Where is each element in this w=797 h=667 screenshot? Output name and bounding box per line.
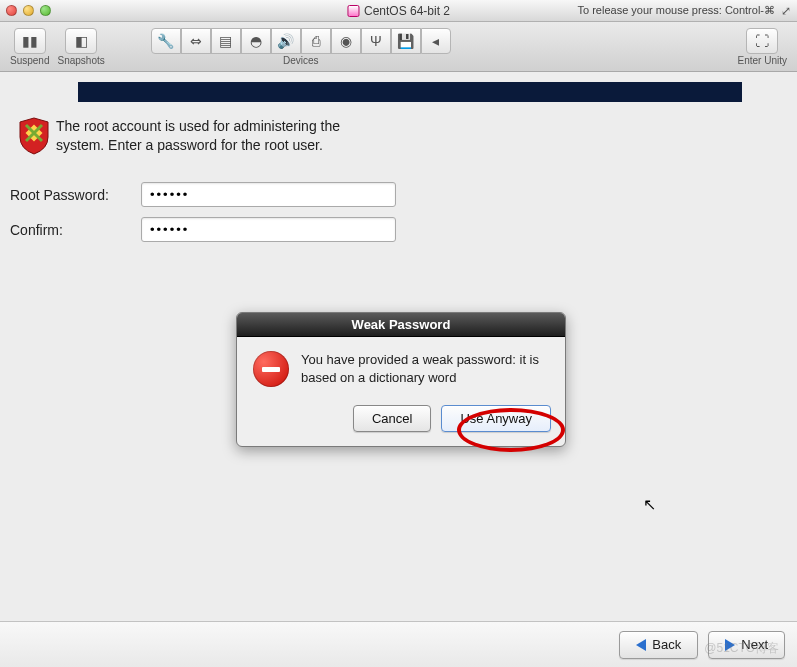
- hdd-icon: ▤: [219, 33, 232, 49]
- dialog-actions: Cancel Use Anyway: [237, 395, 565, 446]
- network-icon: ⇔: [190, 33, 202, 49]
- camera-icon: ◧: [75, 33, 88, 49]
- minimize-window-button[interactable]: [23, 5, 34, 16]
- enter-unity-group: ⛶ Enter Unity: [738, 28, 787, 66]
- enter-unity-label: Enter Unity: [738, 55, 787, 66]
- back-label: Back: [652, 637, 681, 652]
- device-settings-button[interactable]: 🔧: [151, 28, 181, 54]
- suspend-button[interactable]: ▮▮: [14, 28, 46, 54]
- vm-icon: [347, 5, 359, 17]
- error-icon: [253, 351, 289, 387]
- camera2-icon: ◉: [340, 33, 352, 49]
- suspend-group: ▮▮ Suspend: [10, 28, 49, 66]
- devices-label: Devices: [283, 55, 319, 66]
- traffic-lights: [6, 5, 51, 16]
- back-button[interactable]: Back: [619, 631, 698, 659]
- pause-icon: ▮▮: [22, 33, 38, 49]
- snapshots-button[interactable]: ◧: [65, 28, 97, 54]
- device-camera-button[interactable]: ◉: [331, 28, 361, 54]
- enter-unity-button[interactable]: ⛶: [746, 28, 778, 54]
- weak-password-dialog: Weak Password You have provided a weak p…: [236, 312, 566, 447]
- sound-icon: 🔊: [277, 33, 294, 49]
- device-printer-button[interactable]: ⎙: [301, 28, 331, 54]
- next-label: Next: [741, 637, 768, 652]
- confirm-password-input[interactable]: [141, 217, 396, 242]
- release-mouse-hint: To release your mouse press: Control-⌘: [578, 4, 775, 17]
- device-harddisk-button[interactable]: ▤: [211, 28, 241, 54]
- cd-icon: ◓: [250, 33, 262, 49]
- fullscreen-icon: ⛶: [755, 33, 769, 49]
- arrow-right-icon: [725, 639, 735, 651]
- usb-icon: Ψ: [370, 33, 382, 49]
- device-network-button[interactable]: ⇔: [181, 28, 211, 54]
- chevron-left-icon: ◂: [432, 33, 439, 49]
- window-title-right: To release your mouse press: Control-⌘ ⤢: [578, 4, 791, 18]
- confirm-password-label: Confirm:: [10, 222, 135, 238]
- shield-icon: [18, 117, 50, 155]
- expand-icon[interactable]: ⤢: [781, 4, 791, 18]
- dialog-body: You have provided a weak password: it is…: [237, 337, 565, 395]
- installer-content: The root account is used for administeri…: [0, 72, 797, 667]
- devices-group: 🔧 ⇔ ▤ ◓ 🔊 ⎙ ◉ Ψ 💾 ◂ Devices: [151, 28, 451, 66]
- close-window-button[interactable]: [6, 5, 17, 16]
- mouse-cursor: ↖: [643, 495, 656, 514]
- progress-banner: [78, 82, 742, 102]
- floppy-icon: 💾: [397, 33, 414, 49]
- intro-text: The root account is used for administeri…: [56, 117, 366, 155]
- dialog-message: You have provided a weak password: it is…: [301, 351, 549, 387]
- footer-nav: Back Next: [0, 621, 797, 667]
- zoom-window-button[interactable]: [40, 5, 51, 16]
- toolbar: ▮▮ Suspend ◧ Snapshots 🔧 ⇔ ▤ ◓ 🔊 ⎙ ◉ Ψ 💾…: [0, 22, 797, 72]
- wrench-icon: 🔧: [157, 33, 174, 49]
- device-floppy-button[interactable]: 💾: [391, 28, 421, 54]
- arrow-left-icon: [636, 639, 646, 651]
- snapshots-group: ◧ Snapshots: [57, 28, 104, 66]
- snapshots-label: Snapshots: [57, 55, 104, 66]
- printer-icon: ⎙: [312, 33, 320, 49]
- use-anyway-button[interactable]: Use Anyway: [441, 405, 551, 432]
- window-titlebar: CentOS 64-bit 2 To release your mouse pr…: [0, 0, 797, 22]
- cancel-button[interactable]: Cancel: [353, 405, 431, 432]
- root-password-label: Root Password:: [10, 187, 135, 203]
- device-back-button[interactable]: ◂: [421, 28, 451, 54]
- suspend-label: Suspend: [10, 55, 49, 66]
- confirm-password-row: Confirm:: [10, 217, 396, 242]
- window-title: CentOS 64-bit 2: [364, 4, 450, 18]
- window-title-group: CentOS 64-bit 2: [347, 4, 450, 18]
- device-cdrom-button[interactable]: ◓: [241, 28, 271, 54]
- root-password-input[interactable]: [141, 182, 396, 207]
- root-password-row: Root Password:: [10, 182, 396, 207]
- next-button[interactable]: Next: [708, 631, 785, 659]
- device-sound-button[interactable]: 🔊: [271, 28, 301, 54]
- device-usb-button[interactable]: Ψ: [361, 28, 391, 54]
- devices-row: 🔧 ⇔ ▤ ◓ 🔊 ⎙ ◉ Ψ 💾 ◂: [151, 28, 451, 54]
- dialog-title: Weak Password: [237, 313, 565, 337]
